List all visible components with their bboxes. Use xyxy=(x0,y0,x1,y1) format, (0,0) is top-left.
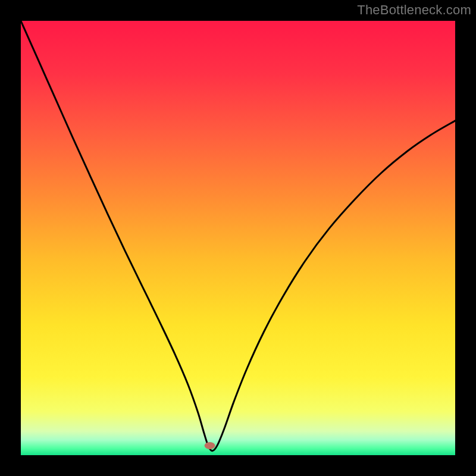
chart-svg xyxy=(21,21,455,455)
chart-frame: TheBottleneck.com xyxy=(0,0,476,476)
plot-area xyxy=(21,21,455,455)
optimal-marker xyxy=(205,442,215,449)
watermark-text: TheBottleneck.com xyxy=(357,2,471,18)
